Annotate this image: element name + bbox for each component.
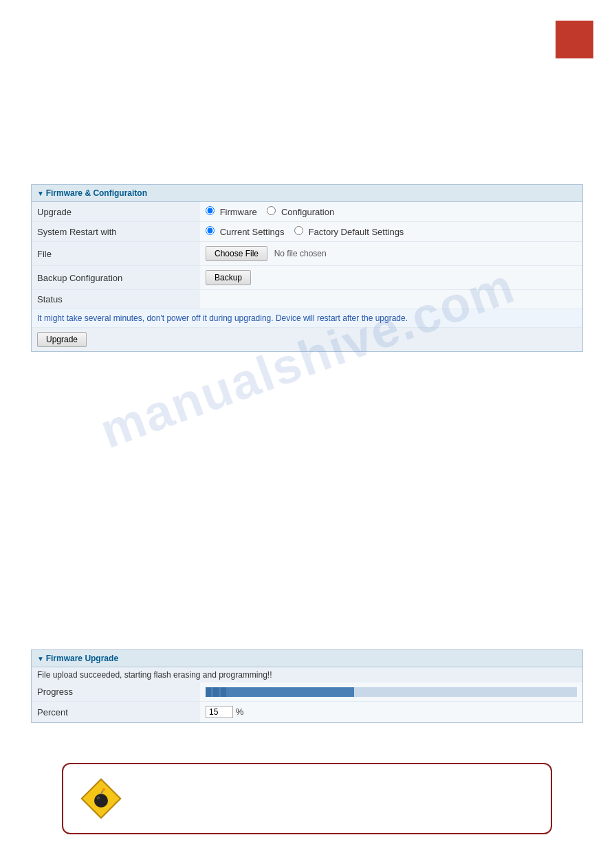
warning-box xyxy=(62,763,552,834)
firmware-config-panel: Firmware & Configuraiton Upgrade Firmwar… xyxy=(31,184,583,352)
info-message: It might take several minutes, don't pow… xyxy=(32,309,582,328)
svg-point-1 xyxy=(94,794,108,808)
firmware-config-panel-header: Firmware & Configuraiton xyxy=(32,185,582,202)
info-message-row: It might take several minutes, don't pow… xyxy=(32,309,582,328)
status-label: Status xyxy=(32,290,200,309)
upgrade-button[interactable]: Upgrade xyxy=(37,332,87,347)
choose-file-button[interactable]: Choose File xyxy=(206,246,267,261)
firmware-radio-label: Firmware xyxy=(220,207,257,217)
percent-unit: % xyxy=(236,706,244,717)
progress-bar-container xyxy=(206,687,577,697)
factory-default-label: Factory Default Settings xyxy=(309,227,404,237)
brand-logo-square xyxy=(556,21,593,58)
file-row: File Choose File No file chosen xyxy=(32,242,582,266)
firmware-config-section: Firmware & Configuraiton Upgrade Firmwar… xyxy=(31,184,583,366)
no-file-chosen-text: No file chosen xyxy=(274,249,327,258)
upgrade-row: Upgrade Firmware Configuration xyxy=(32,202,582,222)
percent-label: Percent xyxy=(32,702,200,723)
upgrade-options: Firmware Configuration xyxy=(200,202,582,222)
backup-config-cell: Backup xyxy=(200,266,582,290)
firmware-upgrade-panel-header: Firmware Upgrade xyxy=(32,650,582,667)
backup-config-row: Backup Configuration Backup xyxy=(32,266,582,290)
system-restart-label: System Restart with xyxy=(32,222,200,242)
warning-bomb-icon xyxy=(80,778,122,819)
upgrade-button-row: Upgrade xyxy=(32,328,582,352)
configuration-radio-label: Configuration xyxy=(281,207,334,217)
file-input-cell: Choose File No file chosen xyxy=(200,242,582,266)
factory-default-radio[interactable] xyxy=(294,226,303,235)
bomb-svg-icon xyxy=(80,778,122,819)
percent-input[interactable] xyxy=(206,706,233,718)
progress-bar-cell xyxy=(200,682,582,702)
progress-stripe-3 xyxy=(221,687,226,697)
progress-bar-fill xyxy=(206,687,354,697)
upgrade-button-cell: Upgrade xyxy=(32,328,582,352)
current-settings-radio[interactable] xyxy=(206,226,215,235)
svg-point-4 xyxy=(97,797,100,800)
backup-button[interactable]: Backup xyxy=(206,270,251,285)
progress-stripe-1 xyxy=(206,687,211,697)
upload-status-text: File upload succeeded, starting flash er… xyxy=(32,667,582,682)
progress-row: Progress xyxy=(32,682,582,702)
configuration-radio[interactable] xyxy=(267,206,276,215)
config-table: Upgrade Firmware Configuration System Re… xyxy=(32,202,582,351)
system-restart-options: Current Settings Factory Default Setting… xyxy=(200,222,582,242)
progress-table: Progress xyxy=(32,682,582,722)
progress-label: Progress xyxy=(32,682,200,702)
current-settings-label: Current Settings xyxy=(220,227,285,237)
svg-point-3 xyxy=(102,788,105,791)
file-label: File xyxy=(32,242,200,266)
percent-cell: % xyxy=(200,702,582,723)
firmware-radio[interactable] xyxy=(206,206,215,215)
firmware-upgrade-panel: Firmware Upgrade File upload succeeded, … xyxy=(31,649,583,723)
progress-stripe-2 xyxy=(213,687,219,697)
upgrade-label: Upgrade xyxy=(32,202,200,222)
status-row: Status xyxy=(32,290,582,309)
warning-box-section xyxy=(31,749,583,848)
status-value-cell xyxy=(200,290,582,309)
firmware-upgrade-section: Firmware Upgrade File upload succeeded, … xyxy=(31,649,583,737)
backup-config-label: Backup Configuration xyxy=(32,266,200,290)
percent-row: Percent % xyxy=(32,702,582,723)
system-restart-row: System Restart with Current Settings Fac… xyxy=(32,222,582,242)
